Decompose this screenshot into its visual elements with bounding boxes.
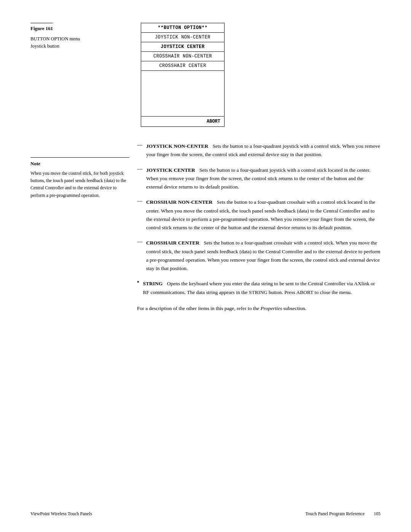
term-crosshair-center: CROSSHAIR CENTER	[146, 240, 199, 246]
menu-section: **BUTTON OPTION** JOYSTICK NON-CENTER JO…	[137, 23, 381, 127]
term-joystick-non-center: JOYSTICK NON-CENTER	[146, 143, 208, 149]
menu-abort: ABORT	[141, 117, 224, 126]
figure-label: Figure 161	[30, 23, 53, 32]
for-description-italic: Properties	[261, 305, 282, 311]
desc-joystick-center: — JOYSTICK CENTER Sets the button to a f…	[137, 166, 381, 192]
note-label: Note	[30, 161, 129, 167]
term-string: STRING	[143, 281, 163, 286]
desc-crosshair-non-center: — CROSSHAIR NON-CENTER Sets the button t…	[137, 198, 381, 232]
right-column: — JOYSTICK NON-CENTER Sets the button to…	[137, 142, 381, 324]
menu-item-joystick-center: JOYSTICK CENTER	[141, 42, 224, 52]
dash-icon-4: —	[137, 239, 142, 245]
dash-icon-3: —	[137, 198, 142, 204]
note-section: Note When you move the control stick, fo…	[30, 157, 129, 199]
text-string: Opens the keyboard where you enter the d…	[143, 281, 375, 295]
footer-left: ViewPoint Wireless Touch Panels	[30, 511, 92, 517]
left-column: Note When you move the control stick, fo…	[30, 142, 137, 324]
desc-content-string: STRING Opens the keyboard where you ente…	[143, 280, 381, 297]
caption-line2: Joystick button	[30, 43, 137, 50]
desc-content-crosshair-center: CROSSHAIR CENTER Sets the button to a fo…	[146, 239, 381, 273]
caption-line1: BUTTON OPTION menu	[30, 35, 137, 43]
desc-content-crosshair-non-center: CROSSHAIR NON-CENTER Sets the button to …	[146, 198, 381, 232]
dash-icon: —	[137, 142, 142, 148]
footer-right: Touch Panel Program Reference 105	[306, 511, 381, 517]
desc-string: • STRING Opens the keyboard where you en…	[137, 280, 381, 297]
button-option-menu: **BUTTON OPTION** JOYSTICK NON-CENTER JO…	[141, 23, 225, 127]
figure-caption: BUTTON OPTION menu Joystick button	[30, 35, 137, 50]
page: Figure 161 BUTTON OPTION menu Joystick b…	[0, 0, 411, 532]
menu-spacer	[141, 71, 224, 117]
desc-content-joystick-non-center: JOYSTICK NON-CENTER Sets the button to a…	[146, 142, 381, 159]
desc-joystick-non-center: — JOYSTICK NON-CENTER Sets the button to…	[137, 142, 381, 159]
for-description-end: subsection.	[282, 305, 306, 311]
desc-crosshair-center: — CROSSHAIR CENTER Sets the button to a …	[137, 239, 381, 273]
for-description: For a description of the other items in …	[137, 304, 381, 313]
term-joystick-center: JOYSTICK CENTER	[146, 167, 195, 173]
bullet-icon: •	[137, 279, 139, 286]
menu-item-button-option: **BUTTON OPTION**	[141, 23, 224, 33]
term-crosshair-non-center: CROSSHAIR NON-CENTER	[146, 199, 212, 205]
dash-icon-2: —	[137, 166, 142, 172]
desc-content-joystick-center: JOYSTICK CENTER Sets the button to a fou…	[146, 166, 381, 192]
menu-item-joystick-non-center: JOYSTICK NON-CENTER	[141, 33, 224, 42]
for-description-text: For a description of the other items in …	[137, 305, 261, 311]
content-area: Note When you move the control stick, fo…	[30, 142, 381, 324]
footer-page-number: 105	[374, 511, 381, 516]
menu-item-crosshair-center: CROSSHAIR CENTER	[141, 61, 224, 71]
top-content: Figure 161 BUTTON OPTION menu Joystick b…	[30, 23, 381, 127]
menu-item-crosshair-non-center: CROSSHAIR NON-CENTER	[141, 52, 224, 61]
figure-section: Figure 161 BUTTON OPTION menu Joystick b…	[30, 23, 137, 127]
description-list: — JOYSTICK NON-CENTER Sets the button to…	[137, 142, 381, 297]
footer: ViewPoint Wireless Touch Panels Touch Pa…	[30, 511, 381, 517]
note-text: When you move the control stick, for bot…	[30, 170, 129, 199]
